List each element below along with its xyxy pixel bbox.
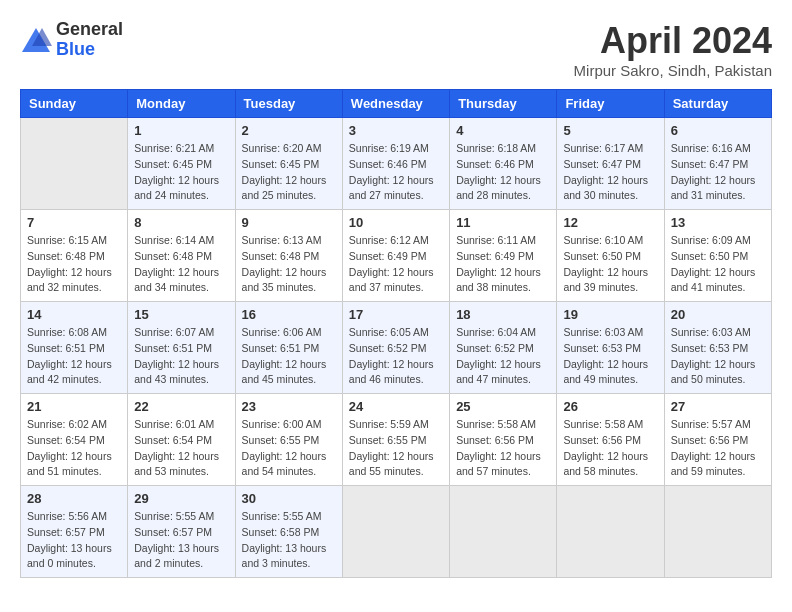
day-info: Sunrise: 6:04 AM Sunset: 6:52 PM Dayligh… [456,325,550,388]
day-number: 25 [456,399,550,414]
day-info: Sunrise: 6:20 AM Sunset: 6:45 PM Dayligh… [242,141,336,204]
day-number: 22 [134,399,228,414]
calendar-cell: 8Sunrise: 6:14 AM Sunset: 6:48 PM Daylig… [128,210,235,302]
week-row-3: 14Sunrise: 6:08 AM Sunset: 6:51 PM Dayli… [21,302,772,394]
calendar-cell [342,486,449,578]
calendar-cell [557,486,664,578]
day-info: Sunrise: 6:01 AM Sunset: 6:54 PM Dayligh… [134,417,228,480]
calendar-cell: 21Sunrise: 6:02 AM Sunset: 6:54 PM Dayli… [21,394,128,486]
day-info: Sunrise: 6:08 AM Sunset: 6:51 PM Dayligh… [27,325,121,388]
day-info: Sunrise: 6:06 AM Sunset: 6:51 PM Dayligh… [242,325,336,388]
day-info: Sunrise: 6:10 AM Sunset: 6:50 PM Dayligh… [563,233,657,296]
calendar-cell: 26Sunrise: 5:58 AM Sunset: 6:56 PM Dayli… [557,394,664,486]
day-info: Sunrise: 6:17 AM Sunset: 6:47 PM Dayligh… [563,141,657,204]
day-number: 13 [671,215,765,230]
calendar-cell: 28Sunrise: 5:56 AM Sunset: 6:57 PM Dayli… [21,486,128,578]
calendar-cell: 16Sunrise: 6:06 AM Sunset: 6:51 PM Dayli… [235,302,342,394]
calendar-cell: 12Sunrise: 6:10 AM Sunset: 6:50 PM Dayli… [557,210,664,302]
week-row-4: 21Sunrise: 6:02 AM Sunset: 6:54 PM Dayli… [21,394,772,486]
day-info: Sunrise: 6:03 AM Sunset: 6:53 PM Dayligh… [563,325,657,388]
week-row-1: 1Sunrise: 6:21 AM Sunset: 6:45 PM Daylig… [21,118,772,210]
day-number: 30 [242,491,336,506]
day-number: 10 [349,215,443,230]
calendar-cell: 14Sunrise: 6:08 AM Sunset: 6:51 PM Dayli… [21,302,128,394]
calendar-cell [21,118,128,210]
day-number: 21 [27,399,121,414]
calendar-cell: 17Sunrise: 6:05 AM Sunset: 6:52 PM Dayli… [342,302,449,394]
day-info: Sunrise: 6:02 AM Sunset: 6:54 PM Dayligh… [27,417,121,480]
day-info: Sunrise: 5:55 AM Sunset: 6:58 PM Dayligh… [242,509,336,572]
calendar-cell: 30Sunrise: 5:55 AM Sunset: 6:58 PM Dayli… [235,486,342,578]
day-number: 28 [27,491,121,506]
calendar-table: SundayMondayTuesdayWednesdayThursdayFrid… [20,89,772,578]
calendar-cell [450,486,557,578]
calendar-cell: 2Sunrise: 6:20 AM Sunset: 6:45 PM Daylig… [235,118,342,210]
day-number: 29 [134,491,228,506]
day-info: Sunrise: 6:12 AM Sunset: 6:49 PM Dayligh… [349,233,443,296]
calendar-cell: 23Sunrise: 6:00 AM Sunset: 6:55 PM Dayli… [235,394,342,486]
month-title: April 2024 [574,20,772,62]
day-info: Sunrise: 5:58 AM Sunset: 6:56 PM Dayligh… [563,417,657,480]
calendar-cell: 1Sunrise: 6:21 AM Sunset: 6:45 PM Daylig… [128,118,235,210]
day-info: Sunrise: 6:16 AM Sunset: 6:47 PM Dayligh… [671,141,765,204]
day-info: Sunrise: 6:00 AM Sunset: 6:55 PM Dayligh… [242,417,336,480]
calendar-cell: 6Sunrise: 6:16 AM Sunset: 6:47 PM Daylig… [664,118,771,210]
calendar-cell: 3Sunrise: 6:19 AM Sunset: 6:46 PM Daylig… [342,118,449,210]
day-number: 2 [242,123,336,138]
day-info: Sunrise: 6:07 AM Sunset: 6:51 PM Dayligh… [134,325,228,388]
day-info: Sunrise: 5:59 AM Sunset: 6:55 PM Dayligh… [349,417,443,480]
logo-text-general: General [56,20,123,40]
day-number: 14 [27,307,121,322]
week-row-2: 7Sunrise: 6:15 AM Sunset: 6:48 PM Daylig… [21,210,772,302]
day-number: 11 [456,215,550,230]
column-header-friday: Friday [557,90,664,118]
calendar-cell [664,486,771,578]
day-number: 18 [456,307,550,322]
column-header-tuesday: Tuesday [235,90,342,118]
day-info: Sunrise: 5:56 AM Sunset: 6:57 PM Dayligh… [27,509,121,572]
day-number: 23 [242,399,336,414]
day-number: 6 [671,123,765,138]
header-row: SundayMondayTuesdayWednesdayThursdayFrid… [21,90,772,118]
day-info: Sunrise: 6:05 AM Sunset: 6:52 PM Dayligh… [349,325,443,388]
day-number: 4 [456,123,550,138]
day-info: Sunrise: 6:19 AM Sunset: 6:46 PM Dayligh… [349,141,443,204]
day-info: Sunrise: 5:57 AM Sunset: 6:56 PM Dayligh… [671,417,765,480]
calendar-cell: 5Sunrise: 6:17 AM Sunset: 6:47 PM Daylig… [557,118,664,210]
logo-text-blue: Blue [56,40,123,60]
day-number: 5 [563,123,657,138]
location-title: Mirpur Sakro, Sindh, Pakistan [574,62,772,79]
logo: General Blue [20,20,123,60]
day-number: 7 [27,215,121,230]
day-number: 26 [563,399,657,414]
calendar-cell: 11Sunrise: 6:11 AM Sunset: 6:49 PM Dayli… [450,210,557,302]
day-info: Sunrise: 6:11 AM Sunset: 6:49 PM Dayligh… [456,233,550,296]
column-header-wednesday: Wednesday [342,90,449,118]
day-number: 8 [134,215,228,230]
week-row-5: 28Sunrise: 5:56 AM Sunset: 6:57 PM Dayli… [21,486,772,578]
calendar-cell: 15Sunrise: 6:07 AM Sunset: 6:51 PM Dayli… [128,302,235,394]
column-header-saturday: Saturday [664,90,771,118]
logo-icon [20,26,52,54]
day-number: 15 [134,307,228,322]
day-number: 27 [671,399,765,414]
calendar-cell: 13Sunrise: 6:09 AM Sunset: 6:50 PM Dayli… [664,210,771,302]
column-header-thursday: Thursday [450,90,557,118]
page-header: General Blue April 2024 Mirpur Sakro, Si… [20,20,772,79]
day-number: 17 [349,307,443,322]
calendar-cell: 4Sunrise: 6:18 AM Sunset: 6:46 PM Daylig… [450,118,557,210]
calendar-cell: 10Sunrise: 6:12 AM Sunset: 6:49 PM Dayli… [342,210,449,302]
day-info: Sunrise: 6:09 AM Sunset: 6:50 PM Dayligh… [671,233,765,296]
calendar-cell: 18Sunrise: 6:04 AM Sunset: 6:52 PM Dayli… [450,302,557,394]
day-info: Sunrise: 6:21 AM Sunset: 6:45 PM Dayligh… [134,141,228,204]
calendar-cell: 27Sunrise: 5:57 AM Sunset: 6:56 PM Dayli… [664,394,771,486]
day-number: 1 [134,123,228,138]
day-info: Sunrise: 6:14 AM Sunset: 6:48 PM Dayligh… [134,233,228,296]
day-info: Sunrise: 5:55 AM Sunset: 6:57 PM Dayligh… [134,509,228,572]
column-header-sunday: Sunday [21,90,128,118]
title-area: April 2024 Mirpur Sakro, Sindh, Pakistan [574,20,772,79]
calendar-cell: 24Sunrise: 5:59 AM Sunset: 6:55 PM Dayli… [342,394,449,486]
column-header-monday: Monday [128,90,235,118]
day-info: Sunrise: 6:15 AM Sunset: 6:48 PM Dayligh… [27,233,121,296]
day-info: Sunrise: 6:18 AM Sunset: 6:46 PM Dayligh… [456,141,550,204]
